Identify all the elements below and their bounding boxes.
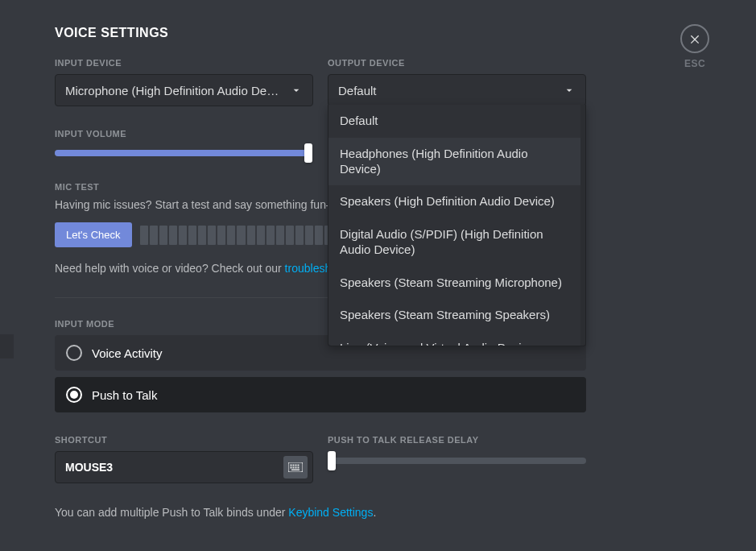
keyboard-icon[interactable]: [283, 456, 308, 478]
radio-icon: [66, 387, 82, 403]
input-device-select[interactable]: Microphone (High Definition Audio Device…: [55, 74, 313, 106]
output-device-value: Default: [338, 84, 556, 97]
output-device-select[interactable]: Default: [328, 74, 586, 106]
shortcut-label: SHORTCUT: [55, 435, 313, 445]
input-device-value: Microphone (High Definition Audio Device…: [65, 84, 283, 97]
ptt-delay-slider[interactable]: [328, 458, 586, 464]
svg-rect-4: [298, 465, 300, 466]
input-mode-push-to-talk[interactable]: Push to Talk: [55, 377, 586, 412]
chevron-down-icon: [290, 84, 303, 97]
output-option[interactable]: Speakers (Steam Streaming Microphone): [328, 267, 580, 300]
ptt-delay-label: PUSH TO TALK RELEASE DELAY: [328, 435, 586, 445]
input-volume-slider[interactable]: [55, 150, 312, 156]
svg-rect-6: [293, 467, 295, 469]
output-device-label: OUTPUT DEVICE: [328, 58, 586, 68]
output-option[interactable]: Speakers (Steam Streaming Speakers): [328, 299, 580, 332]
input-device-label: INPUT DEVICE: [55, 58, 313, 68]
svg-rect-5: [291, 467, 292, 469]
shortcut-value: MOUSE3: [65, 461, 113, 474]
svg-rect-2: [293, 465, 295, 466]
lets-check-button[interactable]: Let's Check: [55, 222, 132, 247]
svg-rect-7: [295, 467, 297, 469]
close-icon: [688, 32, 701, 45]
svg-rect-9: [291, 470, 300, 471]
slider-thumb[interactable]: [304, 143, 312, 163]
chevron-down-icon: [563, 84, 576, 97]
esc-label: ESC: [684, 58, 705, 69]
slider-thumb[interactable]: [328, 451, 336, 470]
svg-rect-8: [298, 467, 300, 469]
shortcut-input[interactable]: MOUSE3: [55, 451, 313, 483]
svg-rect-3: [295, 465, 297, 466]
radio-icon: [66, 345, 82, 361]
keybind-settings-link[interactable]: Keybind Settings: [288, 506, 373, 519]
output-option[interactable]: Default: [328, 105, 580, 138]
close-button[interactable]: [680, 24, 709, 53]
output-option[interactable]: Speakers (High Definition Audio Device): [328, 185, 580, 218]
voice-activity-label: Voice Activity: [92, 346, 163, 360]
output-option[interactable]: Line (Voicemod Virtual Audio Device (WDM…: [328, 332, 580, 346]
page-title: VOICE SETTINGS: [55, 26, 586, 40]
output-device-dropdown[interactable]: DefaultHeadphones (High Definition Audio…: [328, 105, 586, 346]
push-to-talk-label: Push to Talk: [92, 388, 157, 402]
keybind-hint: You can add multiple Push to Talk binds …: [55, 506, 586, 519]
output-option[interactable]: Headphones (High Definition Audio Device…: [328, 138, 580, 186]
scrollbar[interactable]: [580, 105, 585, 346]
svg-rect-1: [291, 465, 292, 466]
output-option[interactable]: Digital Audio (S/PDIF) (High Definition …: [328, 218, 580, 267]
